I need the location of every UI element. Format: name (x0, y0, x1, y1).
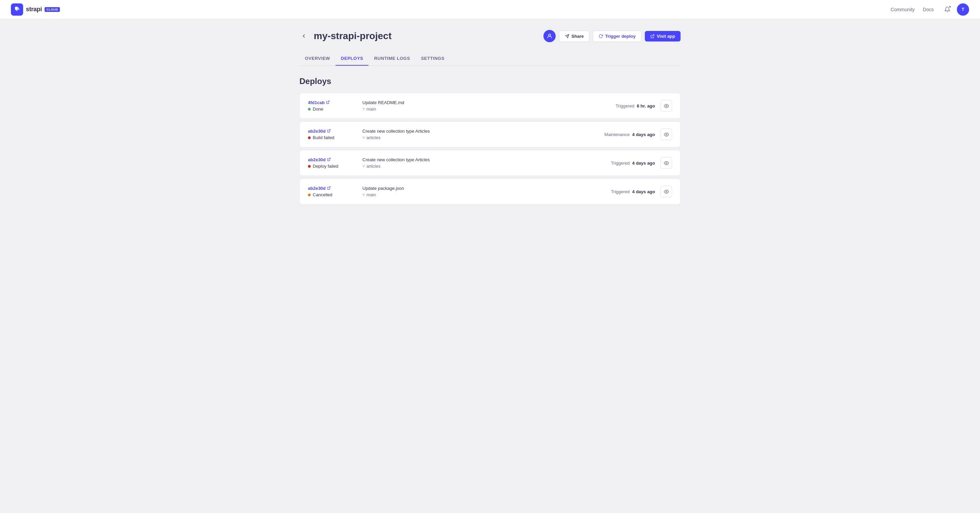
time-value: 4 days ago (632, 189, 655, 194)
external-link-icon (327, 129, 331, 133)
view-deploy-button[interactable] (660, 129, 672, 140)
view-deploy-button[interactable] (660, 100, 672, 111)
table-row: 4fd1cab Done (299, 93, 681, 119)
status-label: Cancelled (313, 192, 332, 197)
project-actions: Share Trigger deploy Visit app (543, 30, 681, 42)
deploy-id-section: ab2e30d Build failed (308, 129, 349, 140)
deploy-id-link[interactable]: ab2e30d (308, 186, 326, 191)
status-dot (308, 108, 311, 111)
branch-name: main (366, 106, 376, 111)
deploy-status: Deploy failed (308, 164, 349, 169)
trigger-type: Triggered (611, 189, 630, 194)
deploy-status: Cancelled (308, 192, 349, 197)
status-label: Deploy failed (313, 164, 338, 169)
visit-app-button[interactable]: Visit app (645, 31, 681, 41)
community-link[interactable]: Community (891, 7, 915, 12)
deploy-right: Triggered 4 days ago (611, 157, 672, 169)
svg-line-8 (329, 158, 331, 160)
logo-icon (11, 3, 23, 16)
tab-deploys[interactable]: DEPLOYS (336, 52, 369, 66)
trigger-type: Triggered (616, 103, 634, 108)
notifications-button[interactable] (942, 4, 953, 15)
status-label: Build failed (313, 135, 334, 140)
svg-point-7 (666, 134, 667, 135)
external-link-icon (326, 100, 330, 105)
time-value: 4 days ago (632, 132, 655, 137)
tab-runtime-logs[interactable]: RUNTIME LOGS (369, 52, 415, 66)
commit-branch: ⑂ articles (363, 135, 458, 140)
commit-message: Update package.json (363, 186, 458, 191)
share-label: Share (571, 34, 584, 39)
table-row: ab2e30d Cancelled (299, 179, 681, 205)
logo-text: strapi (26, 6, 42, 13)
status-dot (308, 194, 311, 196)
branch-name: articles (366, 164, 380, 169)
svg-point-11 (666, 191, 667, 192)
notification-dot (949, 5, 951, 8)
user-avatar[interactable]: T (957, 3, 969, 16)
deploy-time: Triggered 4 days ago (611, 160, 655, 166)
svg-point-0 (549, 34, 550, 36)
deploys-section: Deploys 4fd1cab (299, 76, 681, 205)
deploy-commit: Create new collection type Articles ⑂ ar… (363, 129, 458, 140)
header-icons: T (942, 3, 969, 16)
commit-branch: ⑂ main (363, 106, 458, 111)
trigger-deploy-label: Trigger deploy (605, 34, 636, 39)
external-link-icon (327, 157, 331, 162)
logo-badge: CLOUD (45, 7, 60, 12)
deploy-right: Triggered 4 days ago (611, 186, 672, 197)
tabs-nav: OVERVIEW DEPLOYS RUNTIME LOGS SETTINGS (299, 52, 681, 66)
deploy-id: 4fd1cab (308, 100, 349, 105)
deploy-left: 4fd1cab Done (308, 100, 458, 111)
deploy-id-section: ab2e30d Deploy failed (308, 157, 349, 169)
deploy-right: Triggered 6 hr. ago (616, 100, 672, 111)
project-header: my-strapi-project Share (299, 30, 681, 42)
project-avatar-button[interactable] (543, 30, 556, 42)
view-deploy-button[interactable] (660, 157, 672, 169)
svg-line-3 (652, 34, 654, 37)
tab-settings[interactable]: SETTINGS (415, 52, 450, 66)
back-button[interactable] (299, 32, 308, 40)
project-title: my-strapi-project (314, 31, 392, 41)
avatar-initials: T (962, 7, 964, 12)
deploy-id: ab2e30d (308, 186, 349, 191)
tab-overview[interactable]: OVERVIEW (299, 52, 336, 66)
logo: strapi CLOUD (11, 3, 60, 16)
project-header-left: my-strapi-project (299, 31, 392, 41)
time-value: 6 hr. ago (637, 103, 655, 108)
header: strapi CLOUD Community Docs T (0, 0, 980, 19)
branch-icon: ⑂ (363, 192, 365, 197)
share-button[interactable]: Share (559, 31, 589, 42)
deploys-title: Deploys (299, 76, 681, 86)
external-link-icon (327, 186, 331, 191)
branch-name: articles (366, 135, 380, 140)
table-row: ab2e30d Build failed (299, 121, 681, 147)
deploy-commit: Update package.json ⑂ main (363, 186, 458, 197)
commit-branch: ⑂ articles (363, 164, 458, 169)
svg-line-6 (329, 129, 331, 131)
deploy-id: ab2e30d (308, 129, 349, 134)
deploy-id-link[interactable]: 4fd1cab (308, 100, 325, 105)
status-dot (308, 165, 311, 168)
deploy-left: ab2e30d Deploy failed (308, 157, 458, 169)
commit-message: Update README.md (363, 100, 458, 105)
docs-link[interactable]: Docs (923, 7, 934, 12)
deploy-id-link[interactable]: ab2e30d (308, 157, 326, 162)
svg-line-10 (329, 186, 331, 188)
header-nav: Community Docs T (891, 3, 969, 16)
status-label: Done (313, 106, 323, 111)
view-deploy-button[interactable] (660, 186, 672, 197)
trigger-deploy-button[interactable]: Trigger deploy (593, 31, 641, 42)
visit-app-label: Visit app (657, 34, 675, 39)
commit-message: Create new collection type Articles (363, 129, 458, 134)
deploy-status: Build failed (308, 135, 349, 140)
time-value: 4 days ago (632, 160, 655, 166)
branch-icon: ⑂ (363, 106, 365, 111)
deploy-commit: Create new collection type Articles ⑂ ar… (363, 157, 458, 169)
deploy-right: Maintenance 4 days ago (605, 129, 672, 140)
deploy-id-link[interactable]: ab2e30d (308, 129, 326, 134)
deploy-id-section: ab2e30d Cancelled (308, 186, 349, 197)
status-dot (308, 137, 311, 139)
deploy-time: Triggered 4 days ago (611, 189, 655, 194)
deploy-list: 4fd1cab Done (299, 93, 681, 205)
